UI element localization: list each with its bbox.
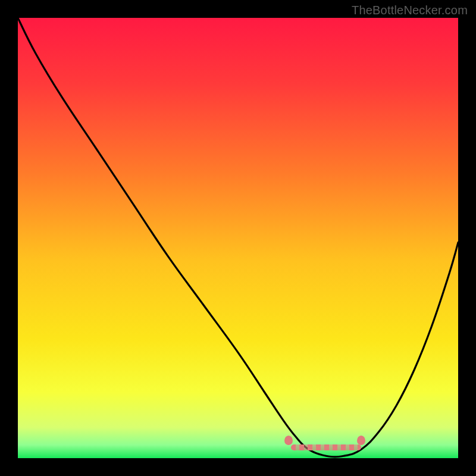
plot-area [18, 18, 458, 458]
watermark-text: TheBottleNecker.com [352, 4, 468, 17]
optimal-range-band [291, 444, 361, 450]
chart-container: TheBottleNecker.com [0, 0, 476, 476]
bottleneck-curve [18, 18, 458, 458]
